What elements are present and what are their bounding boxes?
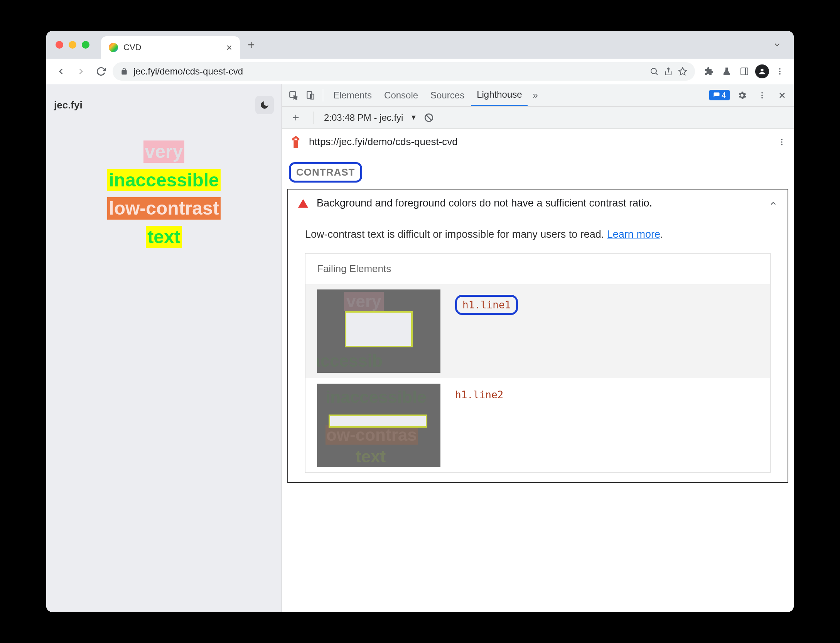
svg-point-8	[779, 73, 781, 74]
svg-marker-3	[679, 68, 687, 75]
devtools-tabs: Elements Console Sources Lighthouse » 4	[282, 84, 794, 107]
tab-lighthouse[interactable]: Lighthouse	[471, 84, 527, 106]
demo-line-3: low-contrast	[107, 197, 220, 220]
tab-title: CVD	[123, 42, 221, 52]
minimize-window[interactable]	[69, 41, 76, 49]
svg-rect-19	[293, 140, 298, 148]
audit-card: Background and foreground colors do not …	[287, 189, 788, 483]
warning-icon	[298, 199, 308, 208]
lighthouse-url: https://jec.fyi/demo/cds-quest-cvd	[309, 136, 771, 148]
svg-point-6	[779, 68, 781, 69]
dark-mode-toggle[interactable]	[255, 96, 274, 114]
close-devtools-icon[interactable]	[774, 88, 790, 103]
maximize-window[interactable]	[82, 41, 89, 49]
element-thumbnail: very accessib	[317, 289, 440, 373]
clear-report-icon[interactable]	[424, 113, 434, 123]
element-thumbnail: inaccessible ow-contras text	[317, 384, 440, 467]
devtools-panel: Elements Console Sources Lighthouse » 4	[282, 84, 794, 612]
sidepanel-icon[interactable]	[737, 64, 752, 79]
main-content: jec.fyi very inaccessible low-contrast t…	[46, 84, 794, 612]
site-title: jec.fyi	[54, 99, 83, 111]
audit-header[interactable]: Background and foreground colors do not …	[288, 190, 788, 217]
toolbar-icons	[701, 64, 788, 79]
inspect-icon[interactable]	[286, 88, 301, 103]
failing-element-row[interactable]: very accessib h1.line1	[305, 284, 770, 378]
page-panel: jec.fyi very inaccessible low-contrast t…	[46, 84, 282, 612]
more-tabs-icon[interactable]: »	[529, 90, 542, 101]
element-selector: h1.line1	[455, 295, 518, 315]
search-icon[interactable]	[649, 67, 659, 76]
profile-avatar[interactable]	[754, 64, 770, 79]
report-timestamp: 2:03:48 PM - jec.fyi	[324, 112, 403, 123]
devtools-menu-icon[interactable]	[754, 88, 770, 103]
forward-button[interactable]	[73, 63, 89, 80]
category-label: CONTRAST	[296, 166, 355, 178]
audit-title: Background and foreground colors do not …	[317, 197, 761, 209]
new-report-icon[interactable]: +	[288, 110, 304, 125]
svg-point-12	[761, 92, 763, 93]
svg-line-18	[427, 115, 432, 120]
chevron-up-icon	[769, 199, 778, 208]
new-tab-button[interactable]: +	[248, 38, 255, 52]
window-controls	[56, 41, 89, 49]
tab-sources[interactable]: Sources	[425, 84, 470, 106]
close-window[interactable]	[56, 41, 63, 49]
failing-element-row[interactable]: inaccessible ow-contras text h1.line2	[305, 378, 770, 472]
svg-point-14	[761, 97, 763, 98]
svg-point-23	[781, 144, 783, 145]
page-header: jec.fyi	[54, 96, 274, 114]
svg-point-7	[779, 71, 781, 72]
svg-line-1	[656, 73, 658, 74]
device-toggle-icon[interactable]	[303, 88, 318, 103]
lighthouse-body: CONTRAST Background and foreground color…	[282, 155, 794, 612]
tabs-dropdown[interactable]	[767, 37, 788, 52]
browser-menu-icon[interactable]	[772, 64, 788, 79]
tab-elements[interactable]: Elements	[328, 84, 377, 106]
demo-line-2: inaccessible	[107, 169, 221, 191]
lighthouse-subbar: + 2:03:48 PM - jec.fyi ▼	[282, 107, 794, 129]
lighthouse-header: https://jec.fyi/demo/cds-quest-cvd	[282, 129, 794, 155]
svg-rect-4	[741, 68, 748, 75]
svg-rect-20	[295, 138, 297, 139]
demo-text: very inaccessible low-contrast text	[54, 137, 274, 251]
element-selector: h1.line2	[455, 389, 503, 401]
issues-count: 4	[722, 91, 726, 100]
svg-point-22	[781, 141, 783, 143]
reload-button[interactable]	[93, 63, 110, 80]
learn-more-link[interactable]: Learn more	[607, 228, 660, 240]
issues-badge[interactable]: 4	[709, 90, 730, 100]
labs-icon[interactable]	[719, 64, 734, 79]
failing-elements-section: Failing Elements very accessib h1.line1	[305, 253, 771, 473]
report-dropdown-icon[interactable]: ▼	[410, 113, 417, 122]
audit-description: Low-contrast text is difficult or imposs…	[305, 227, 771, 242]
demo-line-4: text	[146, 226, 182, 248]
browser-tab[interactable]: CVD ×	[101, 36, 240, 59]
lock-icon	[120, 68, 128, 75]
lighthouse-menu-icon[interactable]	[778, 138, 786, 146]
svg-rect-10	[307, 91, 312, 98]
address-bar: jec.fyi/demo/cds-quest-cvd	[46, 59, 794, 84]
tab-strip: CVD × +	[46, 31, 794, 59]
failing-elements-title: Failing Elements	[305, 254, 770, 284]
demo-line-1: very	[143, 140, 185, 163]
bookmark-icon[interactable]	[678, 67, 687, 76]
settings-icon[interactable]	[734, 88, 750, 103]
svg-point-21	[781, 139, 783, 140]
browser-window: CVD × + jec.fyi/demo/cds-quest-cvd	[46, 31, 794, 612]
close-tab-icon[interactable]: ×	[226, 42, 232, 54]
category-contrast[interactable]: CONTRAST	[289, 162, 362, 183]
extensions-icon[interactable]	[701, 64, 717, 79]
share-icon[interactable]	[664, 67, 673, 76]
audit-body: Low-contrast text is difficult or imposs…	[288, 217, 788, 482]
tab-console[interactable]: Console	[379, 84, 423, 106]
lighthouse-logo-icon	[290, 136, 302, 148]
svg-point-0	[651, 68, 656, 74]
back-button[interactable]	[52, 63, 69, 80]
svg-point-13	[761, 95, 763, 96]
favicon-icon	[109, 43, 118, 52]
url-text: jec.fyi/demo/cds-quest-cvd	[133, 66, 644, 77]
omnibox[interactable]: jec.fyi/demo/cds-quest-cvd	[113, 62, 695, 81]
